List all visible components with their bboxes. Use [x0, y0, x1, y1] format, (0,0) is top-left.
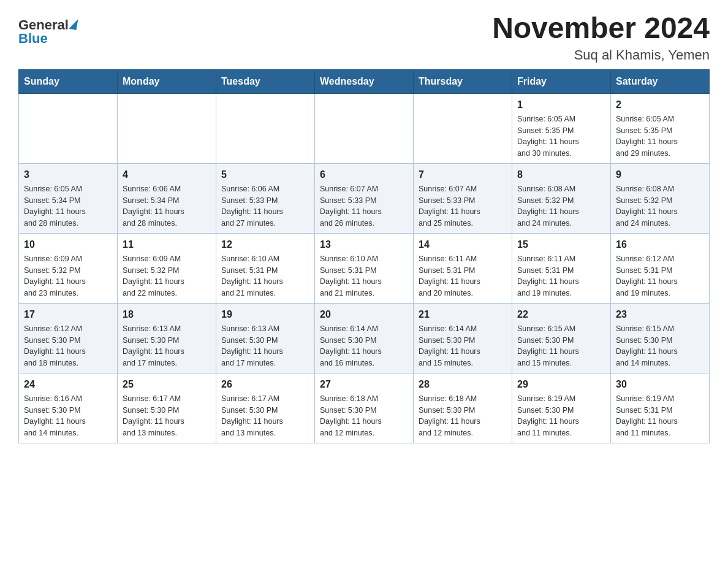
day-info: Sunrise: 6:18 AMSunset: 5:30 PMDaylight:…	[320, 393, 408, 439]
day-info: Sunrise: 6:07 AMSunset: 5:33 PMDaylight:…	[320, 183, 408, 229]
day-info: Sunrise: 6:06 AMSunset: 5:33 PMDaylight:…	[221, 183, 309, 229]
day-info: Sunrise: 6:17 AMSunset: 5:30 PMDaylight:…	[221, 393, 309, 439]
location-subtitle: Suq al Khamis, Yemen	[492, 47, 710, 63]
calendar-week-row: 17Sunrise: 6:12 AMSunset: 5:30 PMDayligh…	[19, 303, 710, 373]
day-number: 7	[419, 167, 507, 182]
weekday-header-friday: Friday	[512, 69, 611, 93]
calendar-header-row: SundayMondayTuesdayWednesdayThursdayFrid…	[19, 69, 710, 93]
day-info: Sunrise: 6:19 AMSunset: 5:31 PMDaylight:…	[616, 393, 704, 439]
calendar-cell: 6Sunrise: 6:07 AMSunset: 5:33 PMDaylight…	[315, 163, 414, 233]
day-number: 6	[320, 167, 408, 182]
day-info: Sunrise: 6:14 AMSunset: 5:30 PMDaylight:…	[320, 323, 408, 369]
calendar-cell: 12Sunrise: 6:10 AMSunset: 5:31 PMDayligh…	[216, 233, 315, 303]
calendar-cell: 30Sunrise: 6:19 AMSunset: 5:31 PMDayligh…	[611, 373, 710, 443]
day-info: Sunrise: 6:09 AMSunset: 5:32 PMDaylight:…	[123, 253, 211, 299]
calendar-table: SundayMondayTuesdayWednesdayThursdayFrid…	[18, 69, 710, 443]
calendar-cell: 2Sunrise: 6:05 AMSunset: 5:35 PMDaylight…	[611, 93, 710, 163]
calendar-cell: 9Sunrise: 6:08 AMSunset: 5:32 PMDaylight…	[611, 163, 710, 233]
day-info: Sunrise: 6:06 AMSunset: 5:34 PMDaylight:…	[123, 183, 211, 229]
day-info: Sunrise: 6:13 AMSunset: 5:30 PMDaylight:…	[221, 323, 309, 369]
calendar-cell: 18Sunrise: 6:13 AMSunset: 5:30 PMDayligh…	[118, 303, 216, 373]
calendar-cell	[414, 93, 512, 163]
day-number: 27	[320, 377, 408, 392]
logo-blue-text: Blue	[18, 32, 48, 45]
weekday-header-saturday: Saturday	[611, 69, 710, 93]
day-number: 13	[320, 237, 408, 252]
calendar-cell: 4Sunrise: 6:06 AMSunset: 5:34 PMDaylight…	[118, 163, 216, 233]
day-number: 29	[517, 377, 605, 392]
calendar-cell: 13Sunrise: 6:10 AMSunset: 5:31 PMDayligh…	[315, 233, 414, 303]
calendar-week-row: 1Sunrise: 6:05 AMSunset: 5:35 PMDaylight…	[19, 93, 710, 163]
day-number: 8	[517, 167, 605, 182]
weekday-header-sunday: Sunday	[19, 69, 118, 93]
day-number: 16	[616, 237, 704, 252]
day-number: 4	[123, 167, 211, 182]
day-info: Sunrise: 6:05 AMSunset: 5:34 PMDaylight:…	[24, 183, 112, 229]
day-number: 10	[24, 237, 112, 252]
weekday-header-thursday: Thursday	[414, 69, 512, 93]
calendar-cell: 23Sunrise: 6:15 AMSunset: 5:30 PMDayligh…	[611, 303, 710, 373]
day-info: Sunrise: 6:18 AMSunset: 5:30 PMDaylight:…	[419, 393, 507, 439]
day-info: Sunrise: 6:15 AMSunset: 5:30 PMDaylight:…	[616, 323, 704, 369]
day-info: Sunrise: 6:08 AMSunset: 5:32 PMDaylight:…	[517, 183, 605, 229]
day-number: 24	[24, 377, 112, 392]
day-number: 12	[221, 237, 309, 252]
day-number: 17	[24, 307, 112, 322]
day-number: 11	[123, 237, 211, 252]
calendar-cell: 3Sunrise: 6:05 AMSunset: 5:34 PMDaylight…	[19, 163, 118, 233]
day-info: Sunrise: 6:05 AMSunset: 5:35 PMDaylight:…	[517, 113, 605, 159]
day-number: 19	[221, 307, 309, 322]
calendar-week-row: 24Sunrise: 6:16 AMSunset: 5:30 PMDayligh…	[19, 373, 710, 443]
day-info: Sunrise: 6:10 AMSunset: 5:31 PMDaylight:…	[221, 253, 309, 299]
calendar-cell: 7Sunrise: 6:07 AMSunset: 5:33 PMDaylight…	[414, 163, 512, 233]
day-info: Sunrise: 6:10 AMSunset: 5:31 PMDaylight:…	[320, 253, 408, 299]
day-number: 25	[123, 377, 211, 392]
day-info: Sunrise: 6:17 AMSunset: 5:30 PMDaylight:…	[123, 393, 211, 439]
calendar-cell: 14Sunrise: 6:11 AMSunset: 5:31 PMDayligh…	[414, 233, 512, 303]
day-info: Sunrise: 6:15 AMSunset: 5:30 PMDaylight:…	[517, 323, 605, 369]
day-info: Sunrise: 6:14 AMSunset: 5:30 PMDaylight:…	[419, 323, 507, 369]
day-number: 22	[517, 307, 605, 322]
calendar-cell: 27Sunrise: 6:18 AMSunset: 5:30 PMDayligh…	[315, 373, 414, 443]
calendar-cell: 16Sunrise: 6:12 AMSunset: 5:31 PMDayligh…	[611, 233, 710, 303]
day-number: 21	[419, 307, 507, 322]
calendar-cell: 8Sunrise: 6:08 AMSunset: 5:32 PMDaylight…	[512, 163, 611, 233]
calendar-cell: 24Sunrise: 6:16 AMSunset: 5:30 PMDayligh…	[19, 373, 118, 443]
calendar-cell	[19, 93, 118, 163]
calendar-cell: 1Sunrise: 6:05 AMSunset: 5:35 PMDaylight…	[512, 93, 611, 163]
month-year-title: November 2024	[492, 12, 710, 45]
weekday-header-monday: Monday	[118, 69, 216, 93]
calendar-cell: 5Sunrise: 6:06 AMSunset: 5:33 PMDaylight…	[216, 163, 315, 233]
day-info: Sunrise: 6:19 AMSunset: 5:30 PMDaylight:…	[517, 393, 605, 439]
day-number: 26	[221, 377, 309, 392]
title-block: November 2024 Suq al Khamis, Yemen	[492, 12, 710, 63]
logo-general-text: General	[18, 18, 69, 32]
logo-triangle-icon	[69, 18, 78, 30]
logo: General Blue	[18, 12, 77, 45]
calendar-cell: 26Sunrise: 6:17 AMSunset: 5:30 PMDayligh…	[216, 373, 315, 443]
day-number: 23	[616, 307, 704, 322]
day-number: 18	[123, 307, 211, 322]
day-number: 5	[221, 167, 309, 182]
day-info: Sunrise: 6:12 AMSunset: 5:30 PMDaylight:…	[24, 323, 112, 369]
day-number: 3	[24, 167, 112, 182]
calendar-cell: 11Sunrise: 6:09 AMSunset: 5:32 PMDayligh…	[118, 233, 216, 303]
weekday-header-wednesday: Wednesday	[315, 69, 414, 93]
day-info: Sunrise: 6:13 AMSunset: 5:30 PMDaylight:…	[123, 323, 211, 369]
day-info: Sunrise: 6:09 AMSunset: 5:32 PMDaylight:…	[24, 253, 112, 299]
calendar-week-row: 10Sunrise: 6:09 AMSunset: 5:32 PMDayligh…	[19, 233, 710, 303]
calendar-cell: 28Sunrise: 6:18 AMSunset: 5:30 PMDayligh…	[414, 373, 512, 443]
day-number: 28	[419, 377, 507, 392]
logo-text: General Blue	[18, 18, 77, 45]
day-number: 30	[616, 377, 704, 392]
day-info: Sunrise: 6:11 AMSunset: 5:31 PMDaylight:…	[419, 253, 507, 299]
calendar-cell: 25Sunrise: 6:17 AMSunset: 5:30 PMDayligh…	[118, 373, 216, 443]
day-info: Sunrise: 6:07 AMSunset: 5:33 PMDaylight:…	[419, 183, 507, 229]
weekday-header-tuesday: Tuesday	[216, 69, 315, 93]
calendar-cell: 21Sunrise: 6:14 AMSunset: 5:30 PMDayligh…	[414, 303, 512, 373]
calendar-cell: 22Sunrise: 6:15 AMSunset: 5:30 PMDayligh…	[512, 303, 611, 373]
day-number: 1	[517, 98, 605, 112]
calendar-cell	[216, 93, 315, 163]
calendar-cell: 10Sunrise: 6:09 AMSunset: 5:32 PMDayligh…	[19, 233, 118, 303]
day-number: 2	[616, 98, 704, 112]
